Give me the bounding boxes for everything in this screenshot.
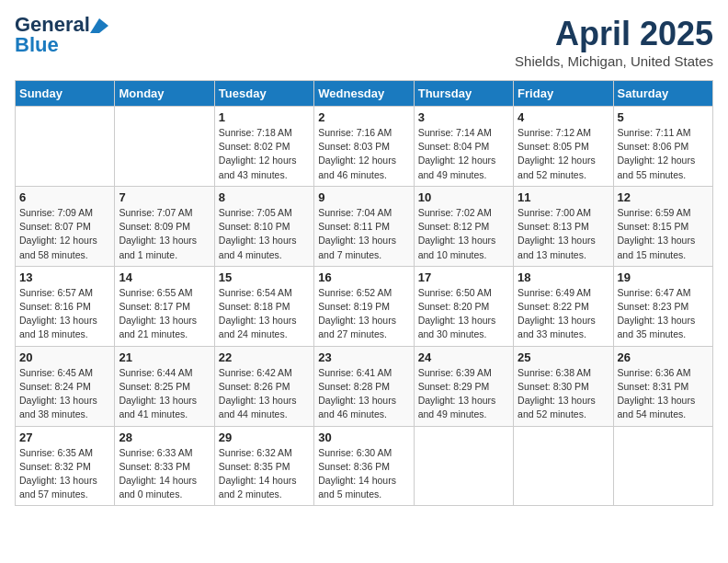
day-detail: Sunrise: 6:59 AM Sunset: 8:15 PM Dayligh… [618, 207, 696, 260]
logo: General Blue [15, 15, 108, 55]
day-number: 25 [518, 350, 609, 364]
calendar-week-1: 1Sunrise: 7:18 AM Sunset: 8:02 PM Daylig… [16, 107, 713, 187]
calendar-cell: 2Sunrise: 7:16 AM Sunset: 8:03 PM Daylig… [314, 107, 414, 187]
day-detail: Sunrise: 6:54 AM Sunset: 8:18 PM Dayligh… [219, 287, 297, 340]
day-number: 10 [418, 190, 509, 204]
day-detail: Sunrise: 6:44 AM Sunset: 8:25 PM Dayligh… [119, 367, 197, 420]
month-year-title: April 2025 [515, 15, 713, 53]
title-block: April 2025 Shields, Michigan, United Sta… [515, 15, 713, 69]
day-detail: Sunrise: 7:09 AM Sunset: 8:07 PM Dayligh… [19, 207, 97, 260]
day-of-week-monday: Monday [115, 81, 214, 107]
logo-icon [90, 18, 108, 33]
day-detail: Sunrise: 6:57 AM Sunset: 8:16 PM Dayligh… [19, 287, 97, 340]
calendar-cell: 8Sunrise: 7:05 AM Sunset: 8:10 PM Daylig… [214, 186, 313, 266]
calendar-cell: 15Sunrise: 6:54 AM Sunset: 8:18 PM Dayli… [214, 266, 313, 346]
day-detail: Sunrise: 7:07 AM Sunset: 8:09 PM Dayligh… [119, 207, 197, 260]
day-detail: Sunrise: 6:36 AM Sunset: 8:31 PM Dayligh… [618, 367, 696, 420]
calendar-cell [414, 426, 513, 506]
day-detail: Sunrise: 6:47 AM Sunset: 8:23 PM Dayligh… [618, 287, 696, 340]
day-number: 12 [618, 190, 709, 204]
day-detail: Sunrise: 6:41 AM Sunset: 8:28 PM Dayligh… [318, 367, 396, 420]
day-detail: Sunrise: 6:30 AM Sunset: 8:36 PM Dayligh… [318, 447, 396, 500]
calendar-cell: 5Sunrise: 7:11 AM Sunset: 8:06 PM Daylig… [613, 107, 712, 187]
day-detail: Sunrise: 7:14 AM Sunset: 8:04 PM Dayligh… [418, 127, 496, 180]
day-of-week-tuesday: Tuesday [214, 81, 313, 107]
calendar-cell [115, 107, 214, 187]
calendar-cell: 21Sunrise: 6:44 AM Sunset: 8:25 PM Dayli… [115, 346, 214, 426]
calendar-cell [613, 426, 712, 506]
day-detail: Sunrise: 7:18 AM Sunset: 8:02 PM Dayligh… [219, 127, 297, 180]
calendar-cell: 14Sunrise: 6:55 AM Sunset: 8:17 PM Dayli… [115, 266, 214, 346]
day-detail: Sunrise: 6:33 AM Sunset: 8:33 PM Dayligh… [119, 447, 197, 500]
day-of-week-sunday: Sunday [16, 81, 115, 107]
day-detail: Sunrise: 6:55 AM Sunset: 8:17 PM Dayligh… [119, 287, 197, 340]
day-number: 11 [518, 190, 609, 204]
day-number: 20 [19, 350, 110, 364]
calendar-cell: 20Sunrise: 6:45 AM Sunset: 8:24 PM Dayli… [16, 346, 115, 426]
svg-marker-0 [90, 18, 108, 33]
calendar-cell: 18Sunrise: 6:49 AM Sunset: 8:22 PM Dayli… [514, 266, 613, 346]
day-of-week-friday: Friday [514, 81, 613, 107]
day-number: 13 [19, 270, 110, 284]
calendar-cell: 1Sunrise: 7:18 AM Sunset: 8:02 PM Daylig… [214, 107, 313, 187]
day-of-week-thursday: Thursday [414, 81, 513, 107]
calendar-cell: 26Sunrise: 6:36 AM Sunset: 8:31 PM Dayli… [613, 346, 712, 426]
day-number: 18 [518, 270, 609, 284]
calendar-cell: 12Sunrise: 6:59 AM Sunset: 8:15 PM Dayli… [613, 186, 712, 266]
calendar-week-5: 27Sunrise: 6:35 AM Sunset: 8:32 PM Dayli… [16, 426, 713, 506]
calendar-cell: 22Sunrise: 6:42 AM Sunset: 8:26 PM Dayli… [214, 346, 313, 426]
day-detail: Sunrise: 7:05 AM Sunset: 8:10 PM Dayligh… [219, 207, 297, 260]
location-subtitle: Shields, Michigan, United States [515, 53, 713, 69]
day-detail: Sunrise: 6:45 AM Sunset: 8:24 PM Dayligh… [19, 367, 97, 420]
calendar-cell: 30Sunrise: 6:30 AM Sunset: 8:36 PM Dayli… [314, 426, 414, 506]
day-detail: Sunrise: 7:16 AM Sunset: 8:03 PM Dayligh… [318, 127, 396, 180]
day-number: 7 [119, 190, 210, 204]
day-number: 29 [219, 431, 310, 444]
day-number: 28 [119, 431, 210, 444]
day-detail: Sunrise: 6:50 AM Sunset: 8:20 PM Dayligh… [418, 287, 496, 340]
day-detail: Sunrise: 6:49 AM Sunset: 8:22 PM Dayligh… [518, 287, 596, 340]
day-number: 17 [418, 270, 509, 284]
day-number: 9 [318, 190, 409, 204]
calendar-cell [16, 107, 115, 187]
day-detail: Sunrise: 7:11 AM Sunset: 8:06 PM Dayligh… [618, 127, 696, 180]
calendar-cell: 9Sunrise: 7:04 AM Sunset: 8:11 PM Daylig… [314, 186, 414, 266]
day-number: 3 [418, 110, 509, 124]
day-number: 15 [219, 270, 310, 284]
day-of-week-wednesday: Wednesday [314, 81, 414, 107]
day-number: 24 [418, 350, 509, 364]
day-detail: Sunrise: 7:02 AM Sunset: 8:12 PM Dayligh… [418, 207, 496, 260]
calendar-week-4: 20Sunrise: 6:45 AM Sunset: 8:24 PM Dayli… [16, 346, 713, 426]
day-number: 21 [119, 350, 210, 364]
calendar-header: SundayMondayTuesdayWednesdayThursdayFrid… [16, 81, 713, 107]
day-number: 4 [518, 110, 609, 124]
logo-text: General [15, 15, 108, 35]
day-number: 6 [19, 190, 110, 204]
day-number: 30 [318, 431, 409, 444]
day-number: 23 [318, 350, 409, 364]
calendar-cell: 24Sunrise: 6:39 AM Sunset: 8:29 PM Dayli… [414, 346, 513, 426]
calendar-cell: 13Sunrise: 6:57 AM Sunset: 8:16 PM Dayli… [16, 266, 115, 346]
day-number: 5 [618, 110, 709, 124]
calendar-cell: 23Sunrise: 6:41 AM Sunset: 8:28 PM Dayli… [314, 346, 414, 426]
calendar-cell: 7Sunrise: 7:07 AM Sunset: 8:09 PM Daylig… [115, 186, 214, 266]
day-number: 26 [618, 350, 709, 364]
day-number: 19 [618, 270, 709, 284]
calendar-cell: 17Sunrise: 6:50 AM Sunset: 8:20 PM Dayli… [414, 266, 513, 346]
calendar-cell: 6Sunrise: 7:09 AM Sunset: 8:07 PM Daylig… [16, 186, 115, 266]
calendar-cell: 10Sunrise: 7:02 AM Sunset: 8:12 PM Dayli… [414, 186, 513, 266]
calendar-table: SundayMondayTuesdayWednesdayThursdayFrid… [15, 80, 713, 506]
day-detail: Sunrise: 7:12 AM Sunset: 8:05 PM Dayligh… [518, 127, 596, 180]
page-header: General Blue April 2025 Shields, Michiga… [15, 15, 713, 69]
calendar-cell: 4Sunrise: 7:12 AM Sunset: 8:05 PM Daylig… [514, 107, 613, 187]
calendar-cell: 29Sunrise: 6:32 AM Sunset: 8:35 PM Dayli… [214, 426, 313, 506]
day-number: 2 [318, 110, 409, 124]
day-number: 16 [318, 270, 409, 284]
day-number: 22 [219, 350, 310, 364]
calendar-cell: 11Sunrise: 7:00 AM Sunset: 8:13 PM Dayli… [514, 186, 613, 266]
calendar-cell [514, 426, 613, 506]
calendar-body: 1Sunrise: 7:18 AM Sunset: 8:02 PM Daylig… [16, 107, 713, 506]
day-detail: Sunrise: 6:35 AM Sunset: 8:32 PM Dayligh… [19, 447, 97, 500]
day-number: 14 [119, 270, 210, 284]
logo-blue-text: Blue [15, 35, 59, 55]
